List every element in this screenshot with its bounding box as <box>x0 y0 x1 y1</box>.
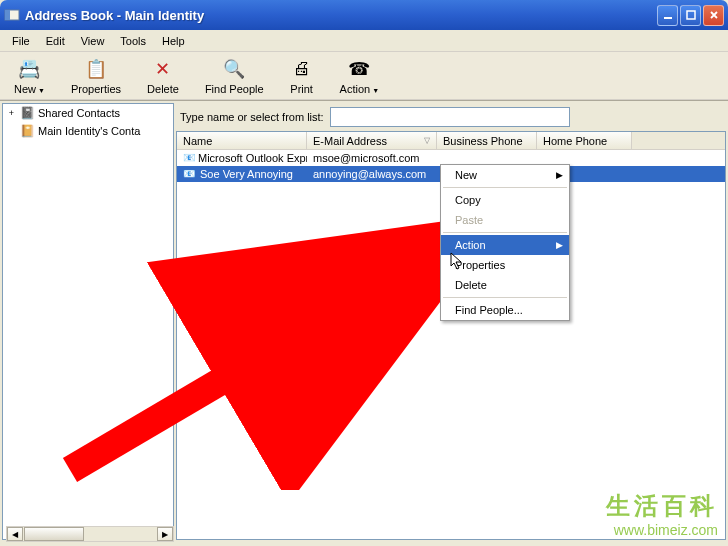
ctx-separator <box>443 187 567 188</box>
toolbar: 📇 New▼ 📋 Properties ✕ Delete 🔍 Find Peop… <box>0 52 728 100</box>
submenu-arrow-icon: ▶ <box>556 240 563 250</box>
ctx-new[interactable]: New▶ <box>441 165 569 185</box>
tree-item-shared-contacts[interactable]: + 📓 Shared Contacts <box>3 104 173 122</box>
ctx-action[interactable]: Action▶ <box>441 235 569 255</box>
toolbar-print-button[interactable]: 🖨 Print <box>284 55 320 97</box>
search-label: Type name or select from list: <box>180 111 324 123</box>
toolbar-action-button[interactable]: ☎ Action▼ <box>334 55 386 97</box>
delete-icon: ✕ <box>151 57 175 81</box>
minimize-button[interactable] <box>657 5 678 26</box>
list-header: Name E-Mail Address▽ Business Phone Home… <box>177 132 725 150</box>
column-business-phone[interactable]: Business Phone <box>437 132 537 149</box>
scroll-right-button[interactable]: ▶ <box>157 527 173 541</box>
ctx-find-people[interactable]: Find People... <box>441 300 569 320</box>
ctx-copy[interactable]: Copy <box>441 190 569 210</box>
column-home-phone[interactable]: Home Phone <box>537 132 632 149</box>
sort-indicator-icon: ▽ <box>424 136 430 145</box>
title-bar[interactable]: Address Book - Main Identity <box>0 0 728 30</box>
toolbar-delete-button[interactable]: ✕ Delete <box>141 55 185 97</box>
submenu-arrow-icon: ▶ <box>556 170 563 180</box>
properties-icon: 📋 <box>84 57 108 81</box>
sidebar-tree: + 📓 Shared Contacts 📔 Main Identity's Co… <box>2 103 174 540</box>
menu-help[interactable]: Help <box>154 32 193 50</box>
contact-card-icon: 📧 <box>183 168 197 180</box>
main-area: + 📓 Shared Contacts 📔 Main Identity's Co… <box>0 100 728 542</box>
contact-card-icon: 📧 <box>183 152 195 164</box>
ctx-separator <box>443 232 567 233</box>
close-button[interactable] <box>703 5 724 26</box>
find-people-icon: 🔍 <box>222 57 246 81</box>
maximize-button[interactable] <box>680 5 701 26</box>
window-title: Address Book - Main Identity <box>25 8 657 23</box>
column-email[interactable]: E-Mail Address▽ <box>307 132 437 149</box>
menu-bar: File Edit View Tools Help <box>0 30 728 52</box>
toolbar-find-people-button[interactable]: 🔍 Find People <box>199 55 270 97</box>
menu-view[interactable]: View <box>73 32 113 50</box>
scroll-left-button[interactable]: ◀ <box>7 527 23 541</box>
tree-expand-icon[interactable]: + <box>7 108 16 118</box>
ctx-delete[interactable]: Delete <box>441 275 569 295</box>
watermark: 生活百科 www.bimeiz.com <box>606 490 718 538</box>
menu-tools[interactable]: Tools <box>112 32 154 50</box>
print-icon: 🖨 <box>290 57 314 81</box>
app-icon <box>4 7 20 23</box>
column-name[interactable]: Name <box>177 132 307 149</box>
ctx-properties[interactable]: Properties <box>441 255 569 275</box>
new-contact-icon: 📇 <box>17 57 41 81</box>
svg-rect-3 <box>687 11 695 19</box>
window-controls <box>657 5 724 26</box>
folder-icon: 📔 <box>20 124 34 138</box>
svg-rect-2 <box>664 17 672 19</box>
menu-edit[interactable]: Edit <box>38 32 73 50</box>
search-row: Type name or select from list: <box>176 103 726 131</box>
menu-file[interactable]: File <box>4 32 38 50</box>
tree-item-main-identity[interactable]: 📔 Main Identity's Conta <box>3 122 173 140</box>
folder-icon: 📓 <box>20 106 34 120</box>
toolbar-properties-button[interactable]: 📋 Properties <box>65 55 127 97</box>
action-icon: ☎ <box>347 57 371 81</box>
toolbar-new-button[interactable]: 📇 New▼ <box>8 55 51 97</box>
sidebar-horizontal-scrollbar[interactable]: ◀ ▶ <box>6 526 174 542</box>
ctx-separator <box>443 297 567 298</box>
svg-rect-1 <box>5 10 10 20</box>
ctx-paste: Paste <box>441 210 569 230</box>
scroll-thumb[interactable] <box>24 527 84 541</box>
context-menu: New▶ Copy Paste Action▶ Properties Delet… <box>440 164 570 321</box>
search-input[interactable] <box>330 107 570 127</box>
